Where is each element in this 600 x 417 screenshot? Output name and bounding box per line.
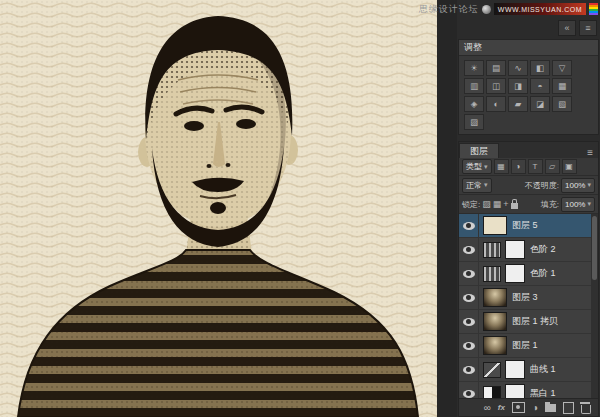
curves-adjustment-thumbnail[interactable] [483,362,501,378]
fill-dropdown[interactable]: 100% ▾ [561,197,595,212]
black-white-adjustment-thumbnail[interactable] [483,386,501,399]
new-group-icon[interactable] [545,404,556,412]
visibility-toggle[interactable] [459,382,479,398]
layer-name: 色阶 2 [530,243,556,256]
lock-row: 锁定: ▨ ▦ + 填充: 100% ▾ [459,195,598,214]
watermark-color-strip [589,3,598,15]
layer-row-tuceng-5[interactable]: 图层 5 [459,214,598,238]
tab-layers[interactable]: 图层 [459,143,499,158]
layer-filter-type-dropdown[interactable]: 类型 ▾ [462,159,492,174]
halftone-portrait-image [0,0,437,417]
watermark-url-bar: WWW.MISSYUAN.COM [494,3,586,15]
fill-label: 填充: [541,199,559,210]
adjustments-panel: 调整 ☀ ▤ ∿ ◧ ▽ ▥ ◫ ◨ ◓ ▦ ◈ ◐ ▰ ◪ ▧ ▨ [458,39,599,135]
filter-type-layers-icon[interactable]: T [528,159,543,174]
adjustment-threshold-icon[interactable]: ◪ [530,96,550,112]
adjustment-color-lookup-icon[interactable]: ◈ [464,96,484,112]
opacity-label: 不透明度: [525,180,559,191]
layer-thumbnail[interactable] [483,336,507,355]
layer-thumbnail[interactable] [483,288,507,307]
adjustment-vibrance-icon[interactable]: ▽ [552,60,572,76]
layer-row-tuceng-1-copy[interactable]: 图层 1 拷贝 [459,310,598,334]
visibility-toggle[interactable] [459,334,479,357]
layer-list: 图层 5 色阶 2 色阶 1 图层 3 [459,214,598,398]
visibility-toggle[interactable] [459,286,479,309]
filter-adjustment-layers-icon[interactable]: ◑ [511,159,526,174]
layers-panel-menu-icon[interactable]: ≡ [582,147,598,158]
layer-filter-row: 类型 ▾ ▦ ◑ T ▱ ▣ [459,158,598,176]
adjustment-curves-icon[interactable]: ∿ [508,60,528,76]
levels-adjustment-thumbnail[interactable] [483,242,501,258]
adjustment-hue-saturation-icon[interactable]: ▥ [464,78,484,94]
eye-icon [463,270,475,278]
layers-panel-footer: ∞ fx ◑ [459,398,598,416]
layer-style-icon[interactable]: fx [498,403,505,412]
right-panel-column: « ≡ 调整 ☀ ▤ ∿ ◧ ▽ ▥ ◫ ◨ ◓ ▦ ◈ ◐ ▰ ◪ ▧ ▨ 图… [457,0,600,417]
adjustment-selective-color-icon[interactable]: ▧ [552,96,572,112]
visibility-toggle[interactable] [459,310,479,333]
visibility-toggle[interactable] [459,238,479,261]
filter-shape-layers-icon[interactable]: ▱ [545,159,560,174]
opacity-value: 100% [565,181,585,190]
levels-adjustment-thumbnail[interactable] [483,266,501,282]
layers-panel: 图层 ≡ 类型 ▾ ▦ ◑ T ▱ ▣ 正常 ▾ 不透明度: 100% ▾ [458,141,599,417]
layer-list-scrollbar[interactable] [591,214,598,398]
new-layer-icon[interactable] [563,402,574,414]
blend-mode-value: 正常 [466,180,482,191]
layer-name: 曲线 1 [530,363,556,376]
visibility-toggle[interactable] [459,358,479,381]
adjustment-posterize-icon[interactable]: ▰ [508,96,528,112]
layer-row-heibai-1[interactable]: 黑白 1 [459,382,598,398]
layer-filter-type-label: 类型 [466,161,482,172]
opacity-dropdown[interactable]: 100% ▾ [561,178,595,193]
lock-all-icon[interactable] [511,203,518,209]
eye-icon [463,318,475,326]
visibility-toggle[interactable] [459,214,479,237]
visibility-toggle[interactable] [459,262,479,285]
lock-pixels-icon[interactable]: ▦ [493,199,502,209]
layer-mask-thumbnail[interactable] [505,264,525,283]
watermark-site-name: 思缘设计论坛 [419,3,479,16]
layer-row-tuceng-3[interactable]: 图层 3 [459,286,598,310]
layer-name: 图层 5 [512,219,538,232]
blend-mode-row: 正常 ▾ 不透明度: 100% ▾ [459,176,598,195]
new-adjustment-layer-icon[interactable]: ◑ [532,403,538,413]
layer-thumbnail[interactable] [483,312,507,331]
layer-mask-thumbnail[interactable] [505,240,525,259]
layer-row-sejie-2[interactable]: 色阶 2 [459,238,598,262]
layer-row-quxian-1[interactable]: 曲线 1 [459,358,598,382]
collapse-panels-icon[interactable]: « [558,20,576,36]
chevron-down-icon: ▾ [587,181,591,189]
adjustment-invert-icon[interactable]: ◐ [486,96,506,112]
chevron-down-icon: ▾ [484,163,488,171]
lock-transparency-icon[interactable]: ▨ [482,199,491,209]
layer-name: 图层 1 [512,339,538,352]
layer-mask-thumbnail[interactable] [505,360,525,379]
adjustment-channel-mixer-icon[interactable]: ▦ [552,78,572,94]
layers-panel-tabs: 图层 ≡ [459,142,598,158]
adjustment-exposure-icon[interactable]: ◧ [530,60,550,76]
adjustments-icon-grid: ☀ ▤ ∿ ◧ ▽ ▥ ◫ ◨ ◓ ▦ ◈ ◐ ▰ ◪ ▧ ▨ [459,56,598,134]
layer-thumbnail[interactable] [483,216,507,235]
panel-options-icon[interactable]: ≡ [579,20,597,36]
filter-smart-objects-icon[interactable]: ▣ [562,159,577,174]
filter-pixel-layers-icon[interactable]: ▦ [494,159,509,174]
add-layer-mask-icon[interactable] [512,402,525,413]
document-canvas[interactable] [0,0,437,417]
adjustment-levels-icon[interactable]: ▤ [486,60,506,76]
adjustment-photo-filter-icon[interactable]: ◓ [530,78,550,94]
eye-icon [463,366,475,374]
layer-row-tuceng-1[interactable]: 图层 1 [459,334,598,358]
eye-icon [463,342,475,350]
adjustment-brightness-contrast-icon[interactable]: ☀ [464,60,484,76]
link-layers-icon[interactable]: ∞ [484,403,491,413]
adjustment-color-balance-icon[interactable]: ◫ [486,78,506,94]
adjustment-black-white-icon[interactable]: ◨ [508,78,528,94]
lock-position-icon[interactable]: + [503,199,508,209]
layer-mask-thumbnail[interactable] [505,384,525,398]
scrollbar-thumb[interactable] [592,216,597,280]
delete-layer-icon[interactable] [581,405,591,414]
adjustment-gradient-map-icon[interactable]: ▨ [464,114,484,130]
blend-mode-dropdown[interactable]: 正常 ▾ [462,178,492,193]
layer-row-sejie-1[interactable]: 色阶 1 [459,262,598,286]
